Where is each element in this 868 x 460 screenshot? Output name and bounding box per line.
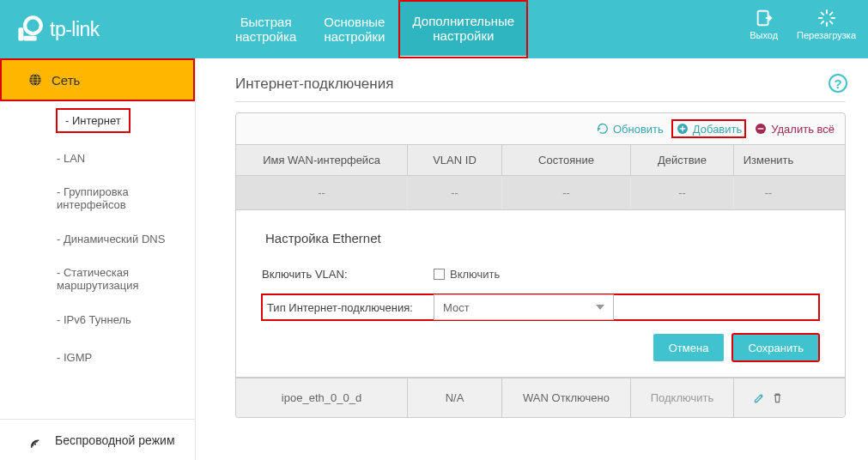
svg-point-0 [25, 17, 41, 33]
top-tabs: Быстрая настройка Основные настройки Доп… [222, 0, 528, 58]
delete-all-button[interactable]: Удалить всё [754, 122, 835, 136]
sidebar-item-interface-grouping[interactable]: - Группировка интерфейсов [0, 177, 195, 220]
conn-type-select[interactable]: Мост [434, 294, 614, 320]
refresh-icon [596, 122, 610, 136]
form-buttons: Отмена Сохранить [262, 334, 819, 361]
ethernet-form: Настройка Ethernet Включить VLAN: Включи… [235, 210, 846, 378]
sidebar-item-ipv6-tunnel[interactable]: - IPv6 Туннель [0, 300, 195, 338]
sidebar-group-network[interactable]: Сеть [0, 58, 195, 101]
content: ? Интернет-подключения Обновить Добавить… [196, 58, 868, 460]
sidebar-item-igmp[interactable]: - IGMP [0, 338, 195, 376]
edit-icon[interactable] [753, 391, 766, 404]
save-button[interactable]: Сохранить [732, 334, 819, 361]
sidebar-item-ddns[interactable]: - Динамический DNS [0, 220, 195, 257]
svg-rect-2 [23, 36, 36, 41]
logout-label: Выход [750, 30, 778, 40]
cell-state: WAN Отключено [502, 378, 631, 417]
svg-line-9 [829, 21, 832, 24]
col-edit: Изменить [734, 145, 803, 175]
cell-action: Подключить [631, 378, 734, 417]
reboot-icon [817, 9, 836, 27]
panel-actions: Обновить Добавить Удалить всё [236, 113, 845, 144]
layout: Сеть - Интернет - LAN - Группировка инте… [0, 58, 868, 460]
cancel-button[interactable]: Отмена [653, 334, 725, 361]
label-conn-type: Тип Интернет-подключения: [262, 296, 434, 319]
sidebar-item-static-routing[interactable]: - Статическая маршрутизация [0, 257, 195, 300]
tplink-logo-icon [15, 15, 45, 44]
row-enable-vlan: Включить VLAN: Включить [262, 268, 819, 281]
sidebar-item-internet[interactable]: - Интернет [0, 101, 195, 139]
form-title: Настройка Ethernet [265, 231, 819, 245]
col-state: Состояние [502, 145, 631, 175]
chevron-down-icon [596, 305, 604, 310]
header-actions: Выход Перезагрузка [750, 9, 856, 40]
logout-icon [755, 9, 774, 27]
reboot-button[interactable]: Перезагрузка [797, 9, 856, 40]
plus-circle-icon [676, 122, 689, 136]
add-button[interactable]: Добавить [672, 120, 745, 137]
tab-quick-setup[interactable]: Быстрая настройка [222, 0, 310, 58]
connect-button[interactable]: Подключить [644, 389, 721, 407]
tab-advanced[interactable]: Дополнительные настройки [398, 0, 528, 58]
conn-type-value: Мост [443, 301, 470, 314]
help-button[interactable]: ? [829, 74, 847, 93]
connections-panel: Обновить Добавить Удалить всё Имя WAN-ин… [235, 112, 846, 418]
col-action: Действие [631, 145, 734, 175]
trash-icon[interactable] [771, 391, 784, 404]
page-title: Интернет-подключения [235, 76, 846, 102]
svg-line-11 [829, 13, 832, 15]
sidebar-item-wireless[interactable]: Беспроводной режим [0, 419, 195, 460]
refresh-button[interactable]: Обновить [596, 122, 664, 136]
col-wan-name: Имя WAN-интерфейса [236, 145, 408, 175]
svg-line-10 [821, 21, 823, 24]
svg-rect-1 [18, 27, 23, 40]
minus-circle-icon [754, 122, 768, 136]
cell-vlan-id: N/A [408, 378, 502, 417]
logo: tp-link [15, 15, 196, 44]
logo-text: tp-link [50, 18, 100, 41]
label-enable-vlan: Включить VLAN: [262, 268, 434, 281]
reboot-label: Перезагрузка [797, 30, 856, 40]
logout-button[interactable]: Выход [750, 9, 778, 40]
svg-line-8 [821, 13, 823, 15]
header: tp-link Быстрая настройка Основные настр… [0, 0, 868, 58]
vlan-checkbox-wrap[interactable]: Включить [434, 268, 500, 281]
vlan-checkbox[interactable] [434, 269, 445, 280]
table-row: ipoe_eth_0_0_d N/A WAN Отключено Подключ… [236, 378, 845, 417]
cell-edit [734, 378, 803, 417]
vlan-checkbox-label: Включить [450, 268, 500, 281]
table-header: Имя WAN-интерфейса VLAN ID Состояние Дей… [236, 144, 845, 176]
sidebar-item-lan[interactable]: - LAN [0, 139, 195, 177]
tab-basic[interactable]: Основные настройки [310, 0, 398, 58]
sidebar: Сеть - Интернет - LAN - Группировка инте… [0, 58, 196, 460]
table-row-placeholder: -- -- -- -- -- [236, 176, 845, 210]
sidebar-wireless-label: Беспроводной режим [55, 433, 175, 447]
row-conn-type: Тип Интернет-подключения: Мост [262, 294, 819, 320]
globe-icon [27, 72, 43, 88]
wifi-icon [27, 433, 43, 448]
col-vlan-id: VLAN ID [408, 145, 502, 175]
sidebar-group-label: Сеть [52, 73, 80, 88]
cell-wan-name: ipoe_eth_0_0_d [236, 378, 408, 417]
